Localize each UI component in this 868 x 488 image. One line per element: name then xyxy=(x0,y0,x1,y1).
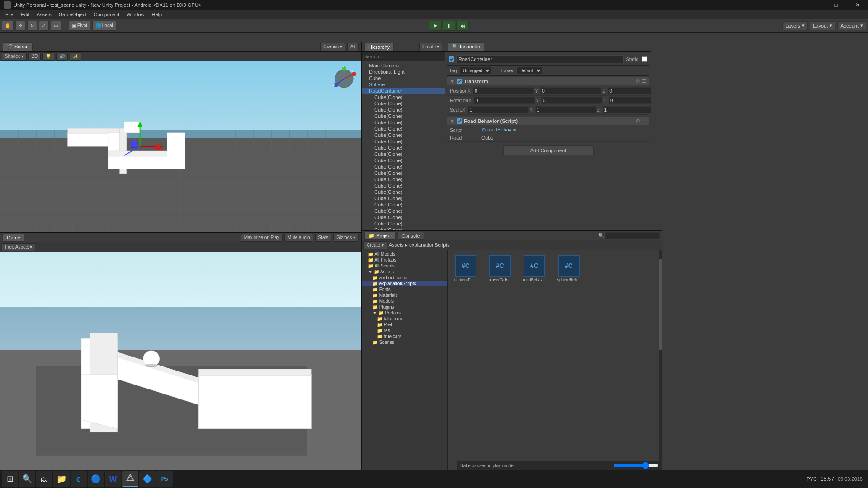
tree-assets[interactable]: ▼ 📁 Assets xyxy=(362,269,447,275)
2d-button[interactable]: 2D xyxy=(28,52,41,61)
pause-button[interactable]: ⏸ xyxy=(443,21,455,31)
stats-button[interactable]: Stats xyxy=(315,234,332,242)
menu-file[interactable]: File xyxy=(2,11,17,18)
sourcetree-button[interactable]: 🔷 xyxy=(139,471,156,487)
add-component-button[interactable]: Add Component xyxy=(503,145,594,155)
tree-explanation-scripts[interactable]: 📁 explanationScripts xyxy=(362,281,447,286)
pos-z-input[interactable] xyxy=(608,87,651,94)
tree-pref[interactable]: 📁 Pref xyxy=(362,322,447,328)
tree-true-cars[interactable]: 📁 true cars xyxy=(362,333,447,339)
rot-x-input[interactable] xyxy=(474,97,535,104)
layers-dropdown[interactable]: Layers ▾ xyxy=(782,21,808,30)
tab-inspector[interactable]: 🔍 Inspector xyxy=(448,42,484,51)
tree-prefabs[interactable]: ▼ 📁 Prefabs xyxy=(362,310,447,316)
file-player-falls[interactable]: #C playerFalls... xyxy=(486,254,514,286)
tab-scene[interactable]: 🎬 Scene xyxy=(3,42,33,51)
start-button[interactable]: ⊞ xyxy=(2,471,18,487)
close-button[interactable]: ✕ xyxy=(847,0,868,10)
project-scrollbar[interactable] xyxy=(659,250,662,470)
search-taskbar[interactable]: 🔍 xyxy=(19,471,35,487)
hier-item-cube[interactable]: Cube xyxy=(362,75,445,81)
hier-item-clone-7[interactable]: Cube(Clone) xyxy=(362,132,445,138)
layout-dropdown[interactable]: Layout ▾ xyxy=(810,21,835,30)
word-button[interactable]: W xyxy=(105,471,121,487)
hier-item-clone-10[interactable]: Cube(Clone) xyxy=(362,151,445,157)
object-name-input[interactable] xyxy=(456,55,624,63)
scale-tool[interactable]: ⤢ xyxy=(39,21,49,31)
menu-help[interactable]: Help xyxy=(148,11,165,18)
tree-scenes[interactable]: 📁 Scenes xyxy=(362,339,447,345)
scale-x-input[interactable] xyxy=(468,106,529,113)
hier-item-directional-light[interactable]: Directional Light xyxy=(362,69,445,75)
static-checkbox[interactable] xyxy=(642,56,647,62)
hier-item-clone-3[interactable]: Cube(Clone) xyxy=(362,107,445,113)
tab-game[interactable]: Game xyxy=(3,234,24,242)
hier-item-clone-1[interactable]: Cube(Clone) xyxy=(362,94,445,100)
maximize-button[interactable]: □ xyxy=(826,0,846,10)
rot-z-input[interactable] xyxy=(609,97,651,104)
scale-y-input[interactable] xyxy=(535,106,596,113)
hier-item-clone-20[interactable]: Cube(Clone) xyxy=(362,214,445,221)
hierarchy-search-input[interactable] xyxy=(362,52,445,61)
project-scrollbar-thumb[interactable] xyxy=(659,259,662,350)
tree-materials[interactable]: 📁 Materials xyxy=(362,292,447,298)
tag-dropdown[interactable]: Untagged xyxy=(460,67,491,74)
shaded-dropdown[interactable]: Shaded ▾ xyxy=(2,52,27,61)
move-tool[interactable]: ✛ xyxy=(15,21,25,31)
game-gizmos-button[interactable]: Gizmos ▾ xyxy=(333,234,359,242)
hier-item-clone-9[interactable]: Cube(Clone) xyxy=(362,145,445,151)
minimize-button[interactable]: — xyxy=(804,0,825,10)
transform-enable-checkbox[interactable] xyxy=(457,79,462,84)
project-create-button[interactable]: Create ▾ xyxy=(363,241,387,249)
scene-viewport[interactable]: X Y Z xyxy=(0,61,361,232)
menu-assets[interactable]: Assets xyxy=(33,11,55,18)
tree-fake-cars[interactable]: 📁 fake cars xyxy=(362,316,447,322)
game-viewport[interactable] xyxy=(0,252,361,470)
menu-component[interactable]: Component xyxy=(90,11,123,18)
tree-res[interactable]: 📁 res xyxy=(362,328,447,333)
hier-item-main-camera[interactable]: Main Camera xyxy=(362,62,445,69)
pivot-button[interactable]: ▣ Pivot xyxy=(69,21,90,31)
hier-item-clone-11[interactable]: Cube(Clone) xyxy=(362,157,445,164)
explorer-button[interactable]: 📁 xyxy=(53,471,70,487)
tree-all-models[interactable]: 📁 All Models xyxy=(362,251,447,257)
rot-y-input[interactable] xyxy=(541,97,602,104)
tab-console[interactable]: Console xyxy=(397,232,424,240)
file-camera-follow[interactable]: #C cameraFol... xyxy=(451,254,480,286)
file-road-behav[interactable]: #C roadBehav... xyxy=(520,254,549,286)
step-button[interactable]: ⏭ xyxy=(456,21,469,31)
scene-all-button[interactable]: All xyxy=(347,43,359,51)
tree-models[interactable]: 📁 Models xyxy=(362,298,447,304)
project-search-input[interactable] xyxy=(605,232,660,239)
pos-y-input[interactable] xyxy=(540,87,601,94)
progress-slider[interactable] xyxy=(613,464,659,467)
tree-plugins[interactable]: 📁 Plugins xyxy=(362,304,447,310)
hier-item-clone-21[interactable]: Cube(Clone) xyxy=(362,221,445,227)
local-button[interactable]: 🌐 Local xyxy=(92,21,116,31)
hier-item-clone-6[interactable]: Cube(Clone) xyxy=(362,126,445,132)
layer-dropdown[interactable]: Default xyxy=(516,67,542,74)
photoshop-button[interactable]: Ps xyxy=(156,471,173,487)
browser-button[interactable]: e xyxy=(71,471,87,487)
menu-edit[interactable]: Edit xyxy=(17,11,33,18)
hier-item-clone-18[interactable]: Cube(Clone) xyxy=(362,202,445,208)
play-button[interactable]: ▶ xyxy=(429,21,442,31)
scene-light-toggle[interactable]: 💡 xyxy=(42,52,54,61)
hier-item-clone-15[interactable]: Cube(Clone) xyxy=(362,183,445,189)
scene-fx-toggle[interactable]: ✨ xyxy=(70,52,81,61)
tab-hierarchy[interactable]: Hierarchy xyxy=(364,43,394,51)
tree-all-prefabs[interactable]: 📁 All Prefabs xyxy=(362,257,447,263)
hier-item-clone-5[interactable]: Cube(Clone) xyxy=(362,119,445,126)
taskview-button[interactable]: 🗂 xyxy=(36,471,52,487)
account-dropdown[interactable]: Account ▾ xyxy=(837,21,866,30)
hier-item-clone-4[interactable]: Cube(Clone) xyxy=(362,113,445,119)
hier-item-clone-12[interactable]: Cube(Clone) xyxy=(362,164,445,170)
unity-taskbar[interactable] xyxy=(122,471,138,487)
tree-all-scripts[interactable]: 📁 All Scripts xyxy=(362,263,447,269)
rotate-tool[interactable]: ↻ xyxy=(27,21,37,31)
hier-item-sphere[interactable]: Sphere xyxy=(362,81,445,88)
pos-x-input[interactable] xyxy=(473,87,534,94)
scale-z-input[interactable] xyxy=(603,106,651,113)
menu-gameobject[interactable]: GameObject xyxy=(55,11,90,18)
maximize-on-play[interactable]: Maximize on Play xyxy=(241,234,283,242)
